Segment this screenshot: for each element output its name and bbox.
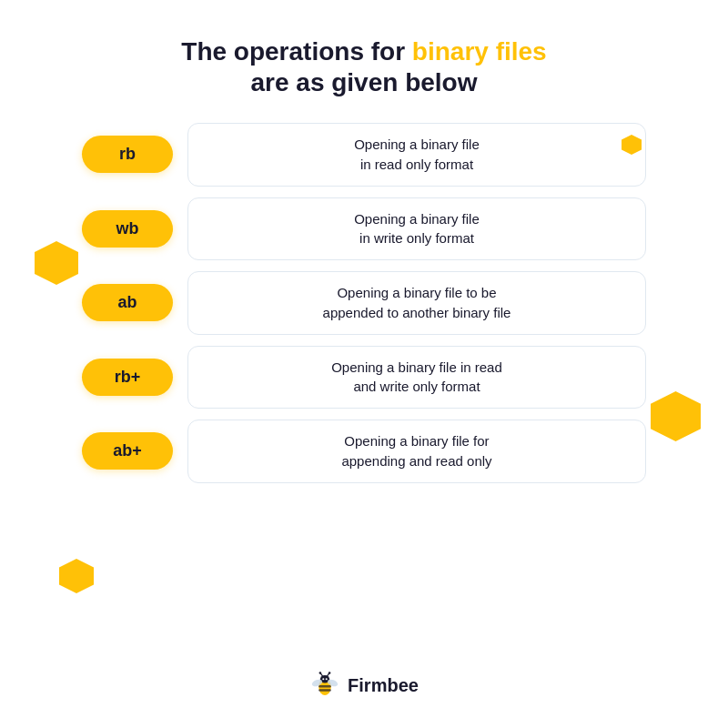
- badge-rbplus: rb+: [82, 359, 173, 396]
- decorative-hex-mid-right: [651, 391, 701, 441]
- item-row-abplus: ab+ Opening a binary file forappending a…: [82, 420, 646, 483]
- decorative-hex-bottom-left: [59, 559, 94, 593]
- item-row-ab: ab Opening a binary file to beappended t…: [82, 271, 646, 335]
- svg-point-11: [326, 678, 328, 680]
- svg-rect-2: [318, 689, 331, 692]
- page: The operations for binary files are as g…: [0, 0, 728, 728]
- desc-wb: Opening a binary filein write only forma…: [187, 197, 646, 261]
- badge-rb: rb: [82, 136, 173, 173]
- svg-point-5: [319, 672, 322, 674]
- items-list: rb Opening a binary filein read only for…: [82, 123, 646, 483]
- badge-wb: wb: [82, 210, 173, 248]
- item-row-rb: rb Opening a binary filein read only for…: [82, 123, 646, 187]
- desc-rbplus: Opening a binary file in readand write o…: [187, 346, 646, 410]
- desc-abplus: Opening a binary file forappending and r…: [187, 420, 646, 483]
- footer: Firmbee: [309, 670, 419, 710]
- badge-ab: ab: [82, 284, 173, 321]
- desc-rb: Opening a binary filein read only format: [187, 123, 646, 187]
- title-highlight: binary files: [412, 37, 547, 66]
- title-text-part2: are as given below: [181, 67, 546, 98]
- svg-rect-1: [318, 685, 331, 688]
- item-row-rbplus: rb+ Opening a binary file in readand wri…: [82, 346, 646, 410]
- badge-abplus: ab+: [82, 432, 173, 470]
- decorative-hex-mid-left: [35, 241, 78, 285]
- item-row-wb: wb Opening a binary filein write only fo…: [82, 197, 646, 261]
- svg-point-10: [322, 678, 324, 680]
- desc-ab: Opening a binary file to beappended to a…: [187, 271, 646, 335]
- page-title: The operations for binary files are as g…: [181, 36, 546, 97]
- brand-logo: Firmbee: [309, 670, 419, 701]
- bee-icon: [309, 670, 340, 701]
- svg-point-7: [329, 672, 331, 674]
- brand-name: Firmbee: [348, 675, 419, 696]
- title-text-part1: The operations for: [181, 37, 412, 66]
